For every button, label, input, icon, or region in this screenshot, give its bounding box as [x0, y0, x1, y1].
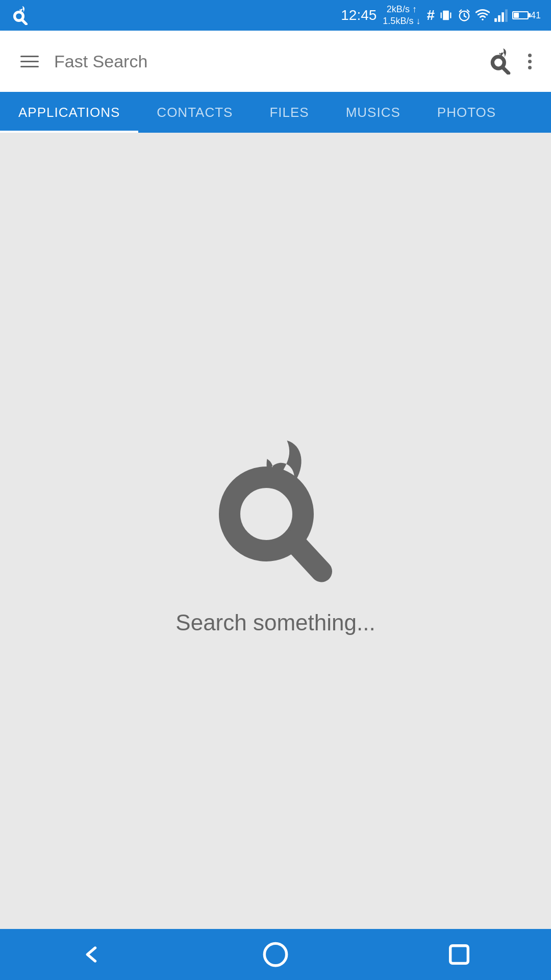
wifi-icon [475, 8, 490, 22]
signal-icon [494, 8, 508, 22]
status-data-speed: 2kB/s ↑1.5kB/s ↓ [383, 4, 420, 28]
status-time: 12:45 [341, 7, 377, 23]
status-bar: 12:45 2kB/s ↑1.5kB/s ↓ # [0, 0, 551, 31]
hashtag-icon: # [427, 7, 435, 23]
tabs-bar: APPLICATIONS CONTACTS FILES MUSICS PHOTO… [0, 92, 551, 133]
empty-state-icon [194, 426, 357, 590]
fire-search-button[interactable] [487, 48, 514, 75]
tab-photos[interactable]: PHOTOS [419, 92, 514, 133]
battery-icon: 41 [512, 10, 541, 21]
svg-rect-14 [505, 9, 508, 22]
recents-button[interactable] [439, 934, 480, 975]
tab-files[interactable]: FILES [251, 92, 327, 133]
svg-rect-12 [498, 15, 500, 22]
tab-contacts[interactable]: CONTACTS [138, 92, 251, 133]
svg-rect-2 [443, 11, 449, 20]
empty-state-text: Search something... [176, 610, 375, 635]
bottom-nav [0, 929, 551, 980]
back-button[interactable] [71, 934, 112, 975]
svg-line-18 [293, 541, 322, 572]
svg-rect-11 [494, 18, 497, 22]
app-icon [10, 5, 31, 26]
svg-line-7 [464, 16, 466, 17]
svg-point-10 [482, 18, 484, 20]
svg-line-9 [467, 10, 469, 12]
svg-point-19 [264, 943, 286, 965]
search-bar [0, 31, 551, 92]
main-content: Search something... [0, 133, 551, 929]
svg-line-16 [503, 67, 508, 73]
more-options-button[interactable] [524, 50, 536, 74]
svg-rect-20 [450, 946, 468, 964]
menu-button[interactable] [15, 51, 44, 72]
svg-line-1 [22, 20, 26, 24]
search-input[interactable] [54, 52, 477, 71]
svg-rect-13 [502, 12, 504, 22]
tab-applications[interactable]: APPLICATIONS [0, 92, 138, 133]
status-icons: # [427, 7, 541, 23]
tab-musics[interactable]: MUSICS [328, 92, 419, 133]
home-button[interactable] [255, 934, 296, 975]
svg-line-8 [460, 10, 462, 12]
vibrate-icon [439, 8, 453, 22]
svg-rect-3 [440, 12, 441, 18]
svg-rect-4 [450, 12, 451, 18]
alarm-icon [457, 8, 471, 22]
